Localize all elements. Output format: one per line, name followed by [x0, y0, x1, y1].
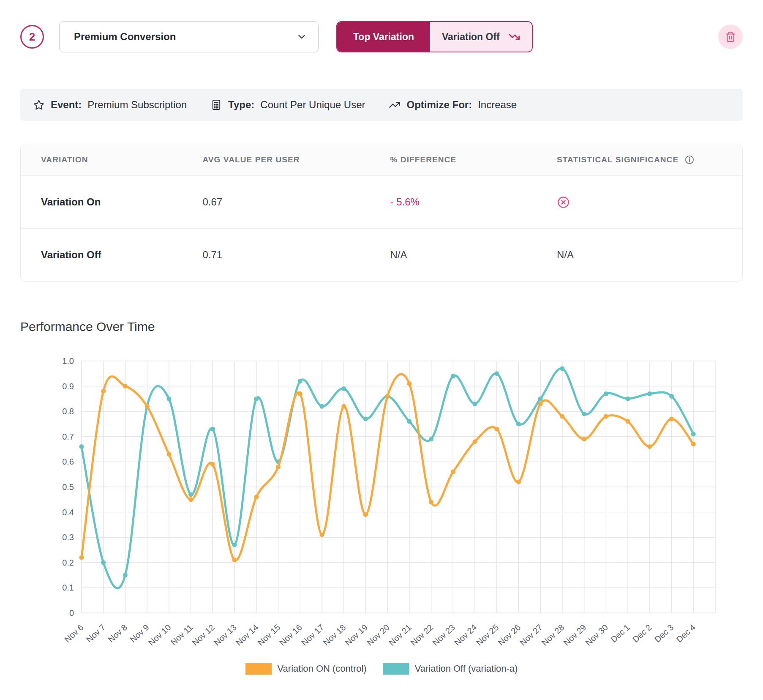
- not-significant-icon: [557, 196, 742, 209]
- svg-text:Nov 26: Nov 26: [496, 623, 522, 648]
- legend-item-variation-off[interactable]: Variation Off (variation-a): [383, 663, 518, 675]
- svg-text:Nov 14: Nov 14: [234, 623, 260, 648]
- col-header-significance: STATISTICAL SIGNIFICANCE: [557, 155, 679, 164]
- metric-index-badge: 2: [20, 25, 44, 49]
- table-header-row: VARIATION AVG VALUE PER USER % DIFFERENC…: [21, 144, 742, 176]
- metric-panel: 2 Premium Conversion Top Variation Varia…: [0, 0, 763, 690]
- svg-text:Dec 4: Dec 4: [674, 623, 697, 644]
- optimize-label: Optimize For:: [406, 99, 472, 111]
- svg-text:0.1: 0.1: [62, 583, 74, 592]
- metric-header-row: 2 Premium Conversion Top Variation Varia…: [20, 21, 743, 52]
- event-value: Premium Subscription: [87, 99, 187, 111]
- svg-text:Nov 21: Nov 21: [387, 623, 413, 648]
- svg-text:Nov 25: Nov 25: [474, 623, 501, 648]
- delete-metric-button[interactable]: [718, 25, 743, 49]
- svg-text:Dec 2: Dec 2: [631, 623, 654, 644]
- svg-text:0: 0: [69, 608, 74, 618]
- svg-text:Nov 23: Nov 23: [431, 623, 457, 648]
- top-variation-label: Top Variation: [353, 31, 414, 43]
- significance-value: N/A: [557, 249, 742, 261]
- chart-legend: Variation ON (control) Variation Off (va…: [20, 663, 743, 675]
- performance-line-chart: 00.10.20.30.40.50.60.70.80.91.0Nov 6Nov …: [20, 356, 743, 660]
- calculator-icon: [210, 99, 222, 111]
- legend-swatch-variation-off: [383, 663, 409, 675]
- svg-text:Nov 28: Nov 28: [540, 623, 566, 648]
- type-label: Type:: [228, 99, 254, 111]
- svg-text:Dec 3: Dec 3: [653, 623, 676, 644]
- optimize-value: Increase: [478, 99, 517, 111]
- selected-variation-label: Variation Off: [442, 31, 500, 43]
- svg-text:Nov 16: Nov 16: [278, 623, 304, 648]
- metric-summary-bar: Event: Premium Subscription Type: Count …: [20, 89, 743, 121]
- svg-text:Nov 6: Nov 6: [63, 623, 85, 644]
- svg-text:Nov 20: Nov 20: [365, 623, 391, 648]
- svg-text:0.7: 0.7: [62, 432, 74, 441]
- legend-label-variation-on: Variation ON (control): [278, 663, 367, 674]
- metric-select-value: Premium Conversion: [74, 31, 176, 43]
- col-header-difference: % DIFFERENCE: [390, 155, 557, 164]
- top-variation-segment[interactable]: Top Variation: [337, 22, 430, 52]
- difference-value: N/A: [390, 249, 557, 261]
- svg-text:Nov 22: Nov 22: [409, 623, 435, 648]
- svg-text:Nov 29: Nov 29: [562, 623, 588, 648]
- avg-value: 0.67: [202, 196, 390, 208]
- svg-text:Nov 12: Nov 12: [190, 623, 216, 648]
- svg-text:Nov 8: Nov 8: [106, 623, 129, 644]
- performance-chart-container: 00.10.20.30.40.50.60.70.80.91.0Nov 6Nov …: [20, 356, 743, 675]
- svg-text:Nov 13: Nov 13: [212, 623, 238, 648]
- type-value: Count Per Unique User: [260, 99, 365, 111]
- summary-type: Type: Count Per Unique User: [210, 99, 365, 111]
- variation-name: Variation Off: [21, 249, 202, 261]
- legend-label-variation-off: Variation Off (variation-a): [415, 663, 518, 674]
- svg-text:Dec 1: Dec 1: [609, 623, 632, 644]
- svg-text:Nov 7: Nov 7: [84, 623, 107, 644]
- svg-text:0.8: 0.8: [62, 407, 74, 416]
- section-divider: [166, 327, 743, 327]
- chart-section-title: Performance Over Time: [20, 320, 155, 334]
- svg-text:Nov 18: Nov 18: [322, 623, 348, 648]
- metric-index-number: 2: [29, 30, 35, 44]
- svg-text:Nov 30: Nov 30: [583, 623, 610, 648]
- chevron-down-icon: [296, 31, 307, 42]
- star-icon: [33, 99, 45, 111]
- svg-text:Nov 27: Nov 27: [518, 623, 544, 648]
- chart-section-header: Performance Over Time: [20, 320, 743, 334]
- svg-text:Nov 11: Nov 11: [169, 623, 195, 647]
- svg-text:1.0: 1.0: [62, 356, 74, 366]
- variation-name: Variation On: [21, 196, 202, 208]
- col-header-avg-value: AVG VALUE PER USER: [202, 155, 390, 164]
- difference-value: - 5.6%: [390, 196, 557, 208]
- svg-text:0.3: 0.3: [62, 533, 74, 542]
- summary-event: Event: Premium Subscription: [33, 99, 187, 111]
- svg-text:Nov 10: Nov 10: [147, 623, 173, 648]
- event-label: Event:: [51, 99, 82, 111]
- svg-text:0.9: 0.9: [62, 382, 74, 391]
- svg-text:Nov 19: Nov 19: [343, 623, 369, 648]
- info-icon[interactable]: [684, 155, 695, 165]
- svg-text:Nov 17: Nov 17: [300, 623, 326, 648]
- trending-up-icon: [389, 99, 401, 111]
- selected-variation-segment[interactable]: Variation Off: [430, 22, 532, 52]
- trending-down-icon: [508, 31, 520, 43]
- table-row: Variation Off 0.71 N/A N/A: [21, 228, 742, 281]
- table-row: Variation On 0.67 - 5.6%: [21, 176, 742, 228]
- trash-icon: [725, 31, 736, 42]
- svg-text:Nov 15: Nov 15: [256, 623, 282, 648]
- metric-select-dropdown[interactable]: Premium Conversion: [59, 21, 319, 52]
- col-header-variation: VARIATION: [21, 155, 202, 164]
- svg-text:0.5: 0.5: [62, 482, 74, 492]
- summary-optimize: Optimize For: Increase: [389, 99, 517, 111]
- svg-text:0.2: 0.2: [62, 558, 74, 567]
- svg-text:Nov 24: Nov 24: [452, 623, 479, 648]
- variation-toggle: Top Variation Variation Off: [336, 21, 533, 52]
- avg-value: 0.71: [202, 249, 390, 261]
- legend-swatch-variation-on: [245, 663, 272, 675]
- svg-text:0.4: 0.4: [62, 508, 74, 517]
- svg-text:0.6: 0.6: [62, 457, 74, 466]
- legend-item-variation-on[interactable]: Variation ON (control): [245, 663, 367, 675]
- variation-results-table: VARIATION AVG VALUE PER USER % DIFFERENC…: [20, 144, 743, 282]
